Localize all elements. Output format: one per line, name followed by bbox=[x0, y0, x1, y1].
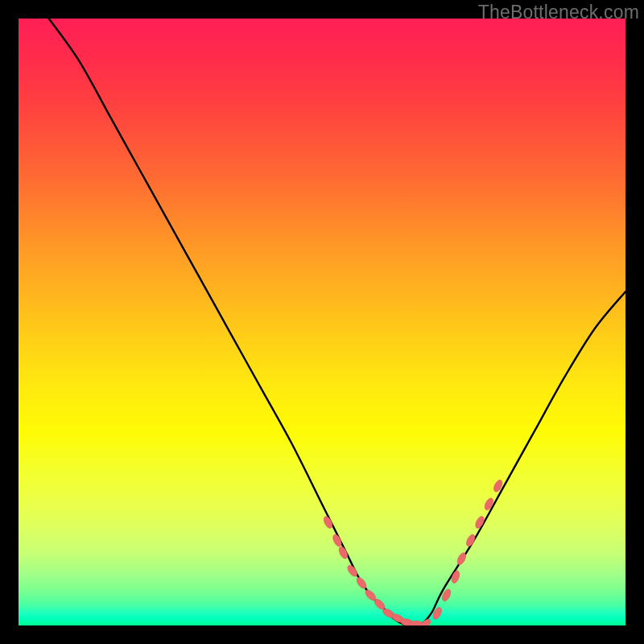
highlight-marker bbox=[382, 607, 396, 619]
highlight-marker bbox=[364, 588, 378, 602]
highlight-markers bbox=[322, 479, 504, 625]
watermark-text: TheBottleneck.com bbox=[478, 2, 639, 23]
highlight-marker bbox=[450, 570, 460, 584]
highlight-marker bbox=[390, 613, 405, 624]
highlight-marker bbox=[483, 497, 495, 511]
highlight-marker bbox=[355, 576, 368, 590]
highlight-marker bbox=[346, 564, 359, 578]
highlight-marker bbox=[410, 621, 423, 625]
highlight-marker bbox=[337, 545, 349, 559]
highlight-marker bbox=[373, 597, 386, 611]
highlight-marker bbox=[474, 515, 486, 530]
highlight-marker bbox=[322, 515, 334, 530]
highlight-marker bbox=[464, 533, 477, 547]
highlight-marker bbox=[418, 617, 432, 625]
highlight-marker bbox=[332, 533, 344, 547]
highlight-marker bbox=[440, 588, 452, 602]
highlight-marker bbox=[456, 551, 468, 566]
chart-plot-area bbox=[19, 19, 625, 625]
bottleneck-curve-svg bbox=[19, 19, 625, 625]
highlight-marker bbox=[400, 618, 414, 625]
bottleneck-curve-path bbox=[49, 19, 625, 625]
highlight-marker bbox=[492, 479, 504, 493]
chart-frame: TheBottleneck.com bbox=[0, 0, 644, 644]
highlight-marker bbox=[431, 606, 444, 621]
